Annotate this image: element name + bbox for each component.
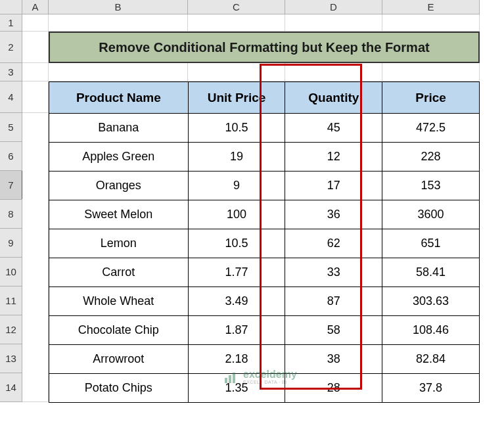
cell-quantity[interactable]: 33 xyxy=(285,258,382,287)
col-header-B[interactable]: B xyxy=(49,0,188,14)
cell-A2[interactable] xyxy=(22,32,49,63)
table-row: Whole Wheat 3.49 87 303.63 xyxy=(49,287,480,316)
cell-quantity[interactable]: 45 xyxy=(285,114,382,143)
row-header-4[interactable]: 4 xyxy=(0,81,22,113)
cell-product[interactable]: Arrowroot xyxy=(49,345,189,374)
cell-A3[interactable] xyxy=(22,63,49,81)
table-row: Potato Chips 1.35 28 37.8 xyxy=(49,374,480,403)
row-headers: 1 2 3 4 5 6 7 8 9 10 11 12 13 14 xyxy=(0,14,22,402)
column-headers: A B C D E xyxy=(0,0,480,14)
table-row: Banana 10.5 45 472.5 xyxy=(49,114,480,143)
cell-unit-price[interactable]: 9 xyxy=(188,172,285,200)
cell-quantity[interactable]: 38 xyxy=(285,345,382,374)
select-all-corner[interactable] xyxy=(0,0,22,14)
cell-price[interactable]: 303.63 xyxy=(382,287,480,316)
cell-price[interactable]: 37.8 xyxy=(382,374,480,403)
row-header-10[interactable]: 10 xyxy=(0,258,22,286)
cell-B3[interactable] xyxy=(49,63,188,81)
cell-A-range[interactable] xyxy=(22,113,49,402)
header-product[interactable]: Product Name xyxy=(49,82,189,114)
col-header-E[interactable]: E xyxy=(382,0,480,14)
header-unit-price[interactable]: Unit Price xyxy=(188,82,285,114)
col-header-A[interactable]: A xyxy=(22,0,49,14)
cell-C3[interactable] xyxy=(188,63,285,81)
header-price[interactable]: Price xyxy=(382,82,480,114)
row-header-13[interactable]: 13 xyxy=(0,344,22,373)
cell-product[interactable]: Chocolate Chip xyxy=(49,316,189,345)
cell-D3[interactable] xyxy=(285,63,382,81)
cell-price[interactable]: 3600 xyxy=(382,200,480,229)
row-header-11[interactable]: 11 xyxy=(0,286,22,315)
cell-unit-price[interactable]: 1.35 xyxy=(188,374,285,403)
title-cell[interactable]: Remove Conditional Formatting but Keep t… xyxy=(49,32,480,63)
row-header-7[interactable]: 7 xyxy=(0,171,22,200)
cell-price[interactable]: 153 xyxy=(382,172,480,200)
cell-D1[interactable] xyxy=(285,14,382,32)
cell-unit-price[interactable]: 10.5 xyxy=(188,229,285,258)
row-header-9[interactable]: 9 xyxy=(0,229,22,258)
cell-quantity[interactable]: 36 xyxy=(285,200,382,229)
table-row: Arrowroot 2.18 38 82.84 xyxy=(49,345,480,374)
row-header-12[interactable]: 12 xyxy=(0,315,22,344)
col-header-D[interactable]: D xyxy=(285,0,382,14)
table-header-row: Product Name Unit Price Quantity Price xyxy=(49,82,480,114)
cell-price[interactable]: 108.46 xyxy=(382,316,480,345)
table-row: Chocolate Chip 1.87 58 108.46 xyxy=(49,316,480,345)
cell-unit-price[interactable]: 1.77 xyxy=(188,258,285,287)
cell-quantity[interactable]: 17 xyxy=(285,172,382,200)
col-header-C[interactable]: C xyxy=(188,0,285,14)
cell-quantity[interactable]: 87 xyxy=(285,287,382,316)
cell-product[interactable]: Potato Chips xyxy=(49,374,189,403)
row-header-8[interactable]: 8 xyxy=(0,200,22,229)
row-header-3[interactable]: 3 xyxy=(0,63,22,81)
cell-product[interactable]: Lemon xyxy=(49,229,189,258)
cell-unit-price[interactable]: 10.5 xyxy=(188,114,285,143)
row-header-2[interactable]: 2 xyxy=(0,32,22,63)
cell-price[interactable]: 58.41 xyxy=(382,258,480,287)
cell-unit-price[interactable]: 19 xyxy=(188,143,285,172)
cell-product[interactable]: Whole Wheat xyxy=(49,287,189,316)
cell-grid: Remove Conditional Formatting but Keep t… xyxy=(22,14,480,81)
row-header-14[interactable]: 14 xyxy=(0,373,22,402)
row-header-5[interactable]: 5 xyxy=(0,113,22,142)
cell-quantity[interactable]: 12 xyxy=(285,143,382,172)
header-quantity[interactable]: Quantity xyxy=(285,82,382,114)
row-header-1[interactable]: 1 xyxy=(0,14,22,32)
table-row: Oranges 9 17 153 xyxy=(49,172,480,200)
cell-unit-price[interactable]: 1.87 xyxy=(188,316,285,345)
cell-product[interactable]: Apples Green xyxy=(49,143,189,172)
cell-product[interactable]: Carrot xyxy=(49,258,189,287)
cell-price[interactable]: 82.84 xyxy=(382,345,480,374)
cell-C1[interactable] xyxy=(188,14,285,32)
table-row: Sweet Melon 100 36 3600 xyxy=(49,200,480,229)
cell-product[interactable]: Oranges xyxy=(49,172,189,200)
cell-A1[interactable] xyxy=(22,14,49,32)
cell-unit-price[interactable]: 3.49 xyxy=(188,287,285,316)
cell-price[interactable]: 651 xyxy=(382,229,480,258)
data-table: Product Name Unit Price Quantity Price B… xyxy=(49,81,480,403)
table-row: Apples Green 19 12 228 xyxy=(49,143,480,172)
cell-quantity[interactable]: 28 xyxy=(285,374,382,403)
cell-E3[interactable] xyxy=(382,63,480,81)
cell-price[interactable]: 228 xyxy=(382,143,480,172)
cell-quantity[interactable]: 58 xyxy=(285,316,382,345)
cell-E1[interactable] xyxy=(382,14,480,32)
cell-quantity[interactable]: 62 xyxy=(285,229,382,258)
table-row: Carrot 1.77 33 58.41 xyxy=(49,258,480,287)
cell-unit-price[interactable]: 2.18 xyxy=(188,345,285,374)
table-row: Lemon 10.5 62 651 xyxy=(49,229,480,258)
cell-product[interactable]: Banana xyxy=(49,114,189,143)
cell-B1[interactable] xyxy=(49,14,188,32)
cell-unit-price[interactable]: 100 xyxy=(188,200,285,229)
cell-product[interactable]: Sweet Melon xyxy=(49,200,189,229)
cell-price[interactable]: 472.5 xyxy=(382,114,480,143)
row-header-6[interactable]: 6 xyxy=(0,142,22,171)
cell-A4[interactable] xyxy=(22,81,49,113)
